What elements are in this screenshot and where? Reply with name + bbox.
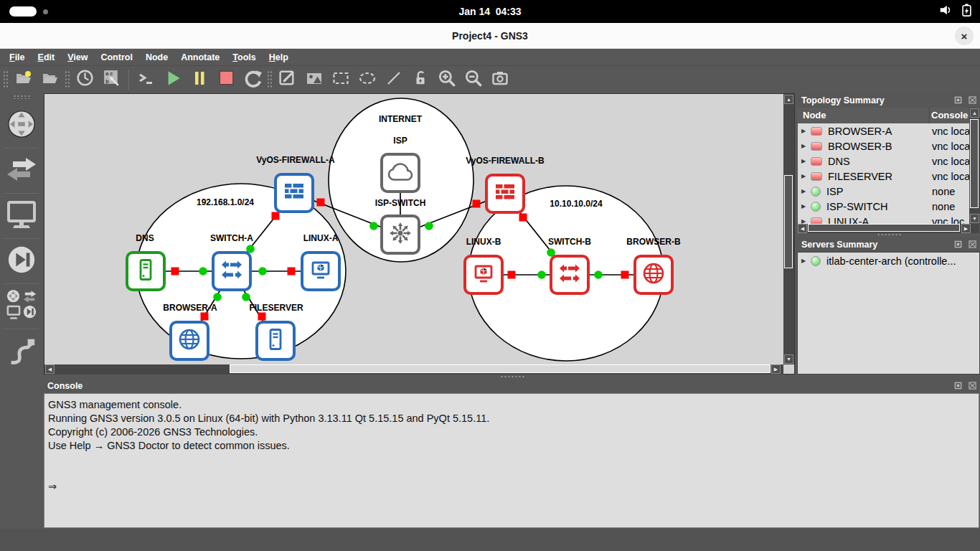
node-linux-a[interactable] bbox=[301, 251, 341, 291]
snapshot-clock-button[interactable] bbox=[72, 68, 98, 91]
server-row[interactable]: ▶itlab-center-arch (controlle... bbox=[798, 253, 979, 269]
draw-rectangle-button[interactable] bbox=[327, 68, 354, 91]
menu-node[interactable]: Node bbox=[139, 51, 174, 64]
battery-icon[interactable] bbox=[960, 3, 973, 20]
topology-vertical-scrollbar[interactable]: ▲ ▼ bbox=[969, 108, 980, 224]
scroll-up-arrow[interactable]: ▲ bbox=[970, 108, 979, 118]
expand-arrow-icon[interactable]: ▶ bbox=[801, 143, 811, 149]
scroll-right-arrow[interactable]: ▶ bbox=[771, 364, 781, 374]
node-switch-b[interactable] bbox=[550, 255, 590, 295]
stop-all-button[interactable] bbox=[212, 68, 239, 91]
open-project-button[interactable] bbox=[10, 68, 37, 91]
zoom-in-button[interactable] bbox=[433, 68, 460, 91]
servers-summary-header[interactable]: Servers Summary bbox=[797, 237, 980, 252]
window-title: Project4 - GNS3 bbox=[0, 23, 980, 49]
topology-row-isp[interactable]: ▶ISPnone bbox=[798, 184, 979, 199]
menu-file[interactable]: File bbox=[3, 51, 32, 64]
window-close-button[interactable]: × bbox=[955, 27, 974, 45]
node-label-dns: DNS bbox=[136, 233, 154, 243]
browse-all-devices-button[interactable] bbox=[0, 284, 43, 329]
topology-row-browser-b[interactable]: ▶BROWSER-Bvnc loca bbox=[798, 138, 979, 154]
draw-ellipse-button[interactable] bbox=[354, 68, 380, 91]
console-header[interactable]: Console bbox=[43, 378, 980, 393]
console-value: vnc loca bbox=[932, 126, 970, 137]
scroll-right-arrow[interactable]: ▶ bbox=[961, 224, 971, 233]
float-panel-icon[interactable] bbox=[953, 95, 963, 105]
node-vyos-firewall-a[interactable] bbox=[274, 173, 314, 213]
reload-all-button[interactable] bbox=[239, 68, 265, 91]
browse-routers-button[interactable] bbox=[0, 103, 43, 148]
node-dns[interactable] bbox=[126, 251, 166, 291]
horizontal-scroll-thumb[interactable] bbox=[808, 224, 960, 232]
vertical-scroll-thumb[interactable] bbox=[784, 175, 793, 268]
expand-arrow-icon[interactable]: ▶ bbox=[801, 158, 811, 164]
browse-security-devices-button[interactable] bbox=[0, 239, 43, 283]
expand-arrow-icon[interactable]: ▶ bbox=[801, 218, 811, 224]
canvas-horizontal-scrollbar[interactable]: ◀ ▶ bbox=[44, 364, 783, 375]
expand-arrow-icon[interactable]: ▶ bbox=[801, 258, 811, 264]
draw-line-button[interactable] bbox=[380, 68, 407, 91]
menu-annotate[interactable]: Annotate bbox=[174, 51, 226, 64]
browse-switches-button[interactable] bbox=[0, 149, 43, 193]
volume-icon[interactable] bbox=[938, 3, 953, 20]
hub-icon bbox=[387, 220, 413, 249]
menu-tools[interactable]: Tools bbox=[226, 51, 262, 64]
scroll-down-arrow[interactable]: ▼ bbox=[970, 214, 979, 223]
open-project-icon bbox=[14, 69, 34, 90]
expand-arrow-icon[interactable]: ▶ bbox=[801, 188, 811, 194]
node-fileserver[interactable] bbox=[255, 321, 296, 361]
topology-horizontal-scrollbar[interactable]: ◀ ▶ bbox=[798, 224, 979, 233]
topology-summary-header[interactable]: Topology Summary bbox=[797, 93, 980, 108]
add-note-button[interactable] bbox=[274, 68, 301, 91]
float-panel-icon[interactable] bbox=[953, 380, 963, 390]
menu-help[interactable]: Help bbox=[263, 51, 295, 64]
topology-row-dns[interactable]: ▶DNSvnc loca bbox=[798, 154, 979, 169]
node-isp[interactable] bbox=[380, 153, 420, 193]
node-switch-a[interactable] bbox=[212, 251, 252, 291]
console-to-all-button[interactable] bbox=[133, 68, 159, 91]
node-isp-switch[interactable] bbox=[380, 215, 420, 255]
close-panel-icon[interactable] bbox=[967, 239, 977, 249]
interface-labels-button[interactable]: a cb bbox=[98, 68, 125, 91]
close-panel-icon[interactable] bbox=[967, 95, 977, 105]
vertical-scroll-thumb[interactable] bbox=[970, 119, 979, 208]
screenshot-button[interactable] bbox=[486, 68, 513, 91]
topology-row-browser-a[interactable]: ▶BROWSER-Avnc loca bbox=[798, 123, 979, 138]
topology-row-isp-switch[interactable]: ▶ISP-SWITCHnone bbox=[798, 199, 979, 214]
node-vyos-firewall-b[interactable] bbox=[485, 174, 525, 214]
scroll-up-arrow[interactable]: ▲ bbox=[784, 95, 793, 104]
canvas-scene[interactable]: ISPISP-SWITCHVyOS-FIREWALL-AVyOS-FIREWAL… bbox=[44, 94, 782, 364]
expand-arrow-icon[interactable]: ▶ bbox=[801, 128, 811, 134]
scroll-down-arrow[interactable]: ▼ bbox=[784, 354, 793, 364]
topology-canvas[interactable]: ISPISP-SWITCHVyOS-FIREWALL-AVyOS-FIREWAL… bbox=[44, 93, 795, 375]
menu-bar: FileEditViewControlNodeAnnotateToolsHelp bbox=[0, 49, 980, 65]
float-panel-icon[interactable] bbox=[953, 239, 963, 249]
expand-arrow-icon[interactable]: ▶ bbox=[801, 203, 811, 209]
node-label-linux-b: LINUX-B bbox=[466, 237, 501, 247]
scroll-left-arrow[interactable]: ◀ bbox=[798, 224, 807, 233]
menu-edit[interactable]: Edit bbox=[32, 51, 62, 64]
canvas-vertical-scrollbar[interactable]: ▲ ▼ bbox=[783, 94, 794, 364]
browse-end-devices-button[interactable] bbox=[0, 194, 43, 238]
horizontal-scroll-thumb[interactable] bbox=[230, 364, 771, 373]
dock-splitter-handle[interactable] bbox=[877, 233, 901, 236]
node-browser-a[interactable] bbox=[169, 321, 209, 361]
menu-control[interactable]: Control bbox=[94, 51, 138, 64]
suspend-all-button[interactable] bbox=[186, 68, 212, 91]
expand-arrow-icon[interactable]: ▶ bbox=[801, 173, 811, 179]
open-folder-icon bbox=[40, 69, 60, 90]
console-output[interactable]: GNS3 management console. Running GNS3 ve… bbox=[44, 393, 979, 528]
lock-items-button[interactable] bbox=[407, 68, 433, 91]
topology-row-linux-a[interactable]: ▶LINUX-Avnc loc bbox=[798, 214, 979, 224]
insert-picture-button[interactable] bbox=[301, 68, 327, 91]
scroll-left-arrow[interactable]: ◀ bbox=[45, 364, 55, 374]
node-linux-b[interactable] bbox=[463, 255, 504, 295]
topology-row-fileserver[interactable]: ▶FILESERVERvnc loca bbox=[798, 169, 979, 184]
open-folder-button[interactable] bbox=[37, 68, 63, 91]
menu-view[interactable]: View bbox=[61, 51, 94, 64]
zoom-out-button[interactable] bbox=[460, 68, 486, 91]
close-panel-icon[interactable] bbox=[967, 380, 977, 390]
node-browser-b[interactable] bbox=[633, 255, 674, 295]
browse-add-link-button[interactable] bbox=[0, 329, 43, 374]
start-all-button[interactable] bbox=[159, 68, 186, 91]
